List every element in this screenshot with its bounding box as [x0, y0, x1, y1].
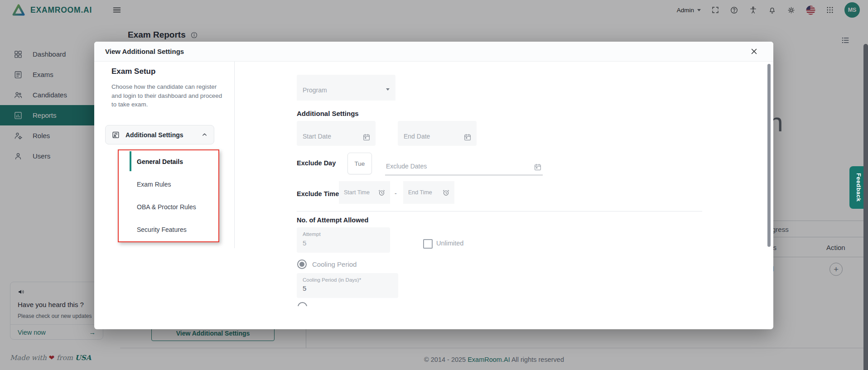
view-additional-settings-modal: View Additional Settings Exam Setup Choo… — [94, 42, 773, 329]
settings-nav-label: Exam Rules — [137, 181, 171, 188]
cooling-period-radio[interactable] — [297, 259, 307, 269]
program-placeholder: Program — [303, 86, 327, 94]
modal-title: View Additional Settings — [105, 48, 184, 55]
start-time-field[interactable]: Start Time — [339, 181, 390, 204]
attempts-heading: No. of Attempt Allowed — [297, 216, 368, 224]
settings-nav-label: General Details — [137, 158, 183, 165]
exclude-dates-field[interactable]: Exclude Dates — [385, 157, 543, 175]
end-time-placeholder: End Time — [408, 189, 432, 196]
start-date-placeholder: Start Date — [303, 133, 331, 140]
modal-scrollbar-thumb[interactable] — [767, 64, 771, 247]
section-divider — [297, 211, 702, 211]
start-time-placeholder: Start Time — [344, 189, 370, 196]
settings-nav-general-details[interactable]: General Details — [119, 150, 218, 173]
page-scrollbar-thumb[interactable] — [863, 44, 868, 370]
settings-nav-highlight-box: General Details Exam Rules OBA & Proctor… — [118, 149, 219, 242]
alarm-clock-icon[interactable] — [442, 189, 450, 197]
accordion-label: Additional Settings — [125, 131, 196, 139]
unlimited-checkbox[interactable] — [423, 239, 433, 249]
exam-setup-description: Choose how the candidate can register an… — [111, 82, 226, 109]
chevron-up-icon — [201, 131, 208, 138]
end-date-placeholder: End Date — [404, 133, 430, 140]
attempt-label: Attempt — [303, 231, 321, 237]
calendar-icon[interactable] — [362, 133, 371, 141]
alarm-clock-icon[interactable] — [378, 189, 386, 197]
modal-body: Exam Setup Choose how the candidate can … — [94, 62, 773, 329]
time-range-separator: - — [395, 190, 397, 197]
end-date-field[interactable]: End Date — [398, 121, 477, 146]
close-icon[interactable] — [748, 46, 760, 57]
additional-settings-heading: Additional Settings — [297, 110, 359, 117]
exclude-dates-placeholder: Exclude Dates — [386, 163, 427, 170]
cooling-days-field[interactable]: Cooling Period (in Days)* 5 — [297, 273, 398, 298]
attempt-field[interactable]: Attempt 5 — [297, 227, 390, 253]
settings-nav-label: Security Features — [137, 226, 187, 233]
settings-nav-label: OBA & Proctor Rules — [137, 203, 196, 211]
calendar-icon[interactable] — [534, 163, 542, 171]
app-root: EXAMROOM.AI Admin — [0, 0, 868, 370]
exam-setup-heading: Exam Setup — [111, 67, 155, 76]
cooling-days-value: 5 — [303, 284, 306, 292]
settings-nav-exam-rules[interactable]: Exam Rules — [119, 173, 218, 196]
cooling-period-label: Cooling Period — [312, 260, 357, 268]
unlimited-label: Unlimited — [436, 240, 463, 247]
exclude-day-label: Exclude Day — [297, 159, 336, 167]
program-select[interactable]: Program — [297, 75, 395, 101]
exclude-time-label: Exclude Time — [297, 190, 339, 197]
settings-nav-oba-proctor-rules[interactable]: OBA & Proctor Rules — [119, 196, 218, 218]
chevron-down-icon — [386, 88, 390, 91]
additional-settings-accordion[interactable]: Additional Settings — [105, 125, 214, 144]
end-time-field[interactable]: End Time — [403, 181, 454, 204]
cooling-days-label: Cooling Period (in Days)* — [303, 277, 361, 283]
calendar-icon[interactable] — [463, 133, 472, 141]
modal-header: View Additional Settings — [94, 42, 773, 62]
start-date-field[interactable]: Start Date — [297, 121, 376, 146]
attempt-value: 5 — [303, 239, 306, 247]
settings-nav-security-features[interactable]: Security Features — [119, 218, 218, 241]
assignment-person-icon — [111, 130, 120, 139]
panel-divider — [234, 62, 235, 248]
excluded-day-chip[interactable]: Tue — [347, 153, 372, 174]
clipped-radio-button[interactable] — [298, 302, 308, 306]
